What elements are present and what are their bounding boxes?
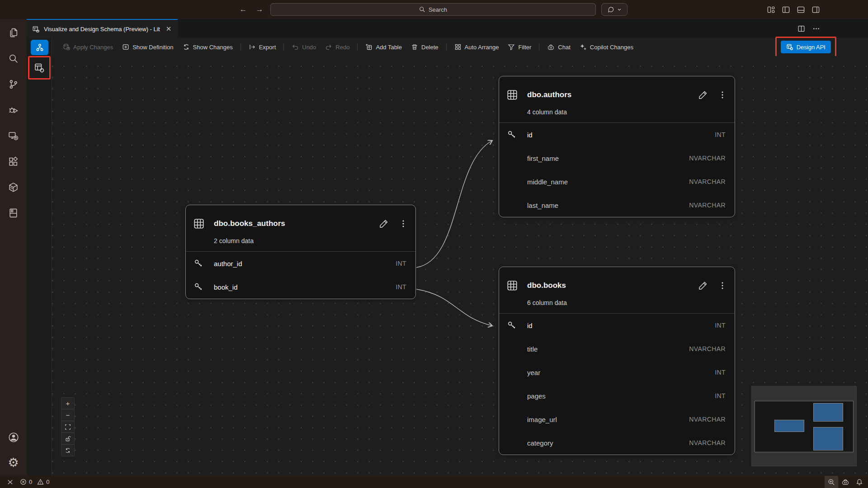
table-more-options-icon[interactable]: [717, 90, 727, 100]
delete-button[interactable]: Delete: [406, 41, 443, 53]
problems-indicator[interactable]: 0 0: [17, 476, 52, 488]
export-button[interactable]: Export: [244, 41, 281, 53]
relationship-edges: [52, 56, 868, 476]
schema-designer-tab-icon: [32, 25, 40, 33]
show-definition-button[interactable]: Show Definition: [118, 41, 178, 53]
primary-key-icon: [193, 282, 205, 292]
add-table-button[interactable]: Add Table: [361, 41, 406, 53]
table-more-options-icon[interactable]: [398, 219, 408, 229]
lock-canvas-button[interactable]: [61, 433, 74, 444]
column-type: INT: [715, 131, 726, 138]
copilot-face-icon: [547, 43, 555, 51]
schema-diagram-canvas[interactable]: dbo.books_authors 2 column data author_i…: [52, 56, 868, 476]
copilot-changes-label: Copilot Changes: [590, 44, 633, 51]
remote-icon: [7, 479, 14, 485]
undo-button[interactable]: Undo: [287, 41, 321, 53]
edit-table-pencil-icon[interactable]: [378, 218, 389, 229]
table-row[interactable]: image_urlNVARCHAR: [499, 408, 735, 431]
edit-table-pencil-icon[interactable]: [698, 280, 708, 291]
table-row[interactable]: categoryNVARCHAR: [499, 431, 735, 455]
minimap-node-books-authors: [774, 420, 804, 432]
table-row[interactable]: titleNVARCHAR: [499, 337, 735, 361]
table-row[interactable]: book_idINT: [186, 275, 415, 299]
search-icon: [419, 6, 425, 13]
show-changes-button[interactable]: Show Changes: [178, 41, 237, 53]
toggle-primary-sidebar-icon[interactable]: [782, 5, 790, 14]
minimap-node-books: [813, 427, 843, 450]
refresh-diagram-button[interactable]: [61, 445, 74, 456]
split-editor-icon[interactable]: [797, 25, 805, 33]
notifications-bell[interactable]: [853, 476, 866, 488]
zoom-out-button[interactable]: −: [61, 409, 74, 421]
table-row[interactable]: idINT: [499, 314, 735, 337]
accounts-icon[interactable]: [0, 424, 27, 450]
chat-button[interactable]: Chat: [542, 41, 575, 53]
filter-button[interactable]: Filter: [503, 41, 536, 53]
zoom-in-button[interactable]: +: [61, 398, 74, 409]
table-card-books[interactable]: dbo.books 6 column data idINTtitleNVARCH…: [499, 267, 735, 455]
editor-zoom-indicator[interactable]: [825, 476, 838, 488]
auto-arrange-label: Auto Arrange: [465, 44, 499, 51]
table-row[interactable]: yearINT: [499, 361, 735, 384]
canvas-zoom-controls: + −: [61, 397, 75, 456]
copilot-changes-button[interactable]: Copilot Changes: [575, 41, 638, 53]
table-row[interactable]: idINT: [499, 123, 735, 146]
table-card-books-authors[interactable]: dbo.books_authors 2 column data author_i…: [185, 205, 416, 299]
fit-view-icon: [65, 424, 71, 430]
apply-changes-icon: [63, 43, 70, 51]
primary-key-icon: [506, 320, 518, 331]
edit-table-pencil-icon[interactable]: [698, 89, 708, 100]
table-more-options-icon[interactable]: [717, 281, 727, 291]
copilot-status[interactable]: [838, 476, 853, 488]
schema-diagram-view-button[interactable]: [31, 40, 48, 55]
apply-changes-button[interactable]: Apply Changes: [58, 41, 118, 53]
containers-icon[interactable]: [0, 174, 27, 200]
source-control-icon[interactable]: [0, 71, 27, 97]
bell-icon: [856, 479, 863, 486]
database-projects-icon[interactable]: [0, 200, 27, 226]
search-sidebar-icon[interactable]: [0, 46, 27, 71]
table-rows: idINTtitleNVARCHARyearINTpagesINTimage_u…: [499, 314, 735, 455]
table-row[interactable]: middle_nameNVARCHAR: [499, 170, 735, 193]
remote-indicator[interactable]: [4, 476, 17, 488]
extensions-icon[interactable]: [0, 149, 27, 174]
toolbar-separator: [446, 43, 447, 51]
copilot-menu-button[interactable]: [601, 3, 627, 16]
design-api-button[interactable]: Design API: [781, 41, 831, 53]
column-name: title: [527, 345, 689, 353]
auto-arrange-button[interactable]: Auto Arrange: [450, 41, 504, 53]
column-type: NVARCHAR: [689, 178, 726, 185]
table-grid-icon: [193, 218, 205, 230]
refresh-icon: [65, 447, 71, 454]
table-designer-icon[interactable]: [34, 62, 45, 73]
show-changes-icon: [183, 43, 190, 51]
table-card-authors[interactable]: dbo.authors 4 column data idINTfirst_nam…: [499, 76, 735, 217]
tab-visualize-design-schema[interactable]: Visualize and Design Schema (Preview) - …: [27, 19, 178, 38]
tab-close-icon[interactable]: ✕: [164, 24, 173, 33]
toolbar-separator: [241, 43, 241, 51]
table-row[interactable]: author_idINT: [186, 252, 415, 275]
settings-gear-icon[interactable]: ⚙: [0, 450, 27, 476]
fit-view-button[interactable]: [61, 421, 74, 432]
column-name: year: [527, 369, 715, 376]
more-actions-icon[interactable]: [812, 25, 820, 33]
toggle-secondary-sidebar-icon[interactable]: [811, 5, 820, 14]
table-row[interactable]: last_nameNVARCHAR: [499, 193, 735, 217]
redo-label: Redo: [335, 44, 349, 51]
back-arrow-icon[interactable]: ←: [238, 5, 248, 14]
run-debug-icon[interactable]: [0, 97, 27, 123]
explorer-icon[interactable]: [0, 20, 27, 46]
command-center-search[interactable]: Search: [270, 3, 596, 16]
toolbar-separator: [539, 43, 539, 51]
toggle-panel-icon[interactable]: [797, 5, 805, 14]
export-label: Export: [259, 44, 276, 51]
table-row[interactable]: first_nameNVARCHAR: [499, 146, 735, 170]
table-row[interactable]: pagesINT: [499, 384, 735, 408]
redo-button[interactable]: Redo: [321, 41, 354, 53]
remote-explorer-icon[interactable]: [0, 123, 27, 149]
customize-layout-icon[interactable]: [767, 5, 775, 14]
column-type: INT: [396, 283, 406, 291]
diagram-minimap[interactable]: [751, 386, 857, 466]
forward-arrow-icon[interactable]: →: [255, 5, 264, 14]
column-name: id: [527, 322, 715, 329]
